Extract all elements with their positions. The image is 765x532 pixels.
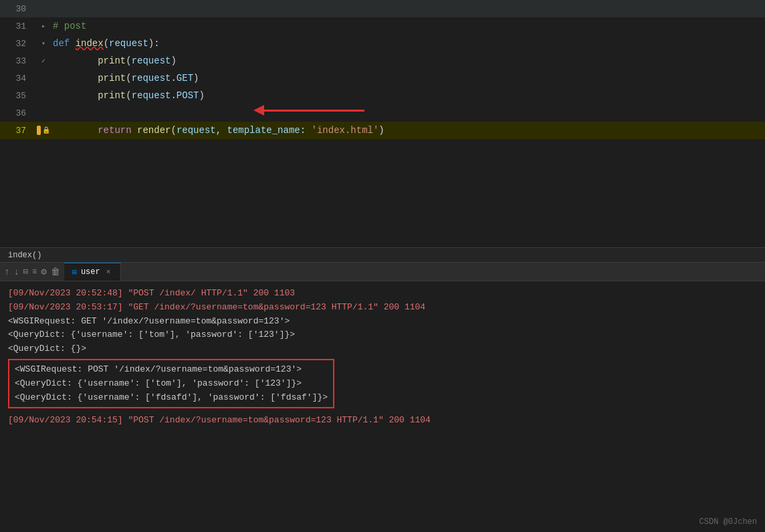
chevron-icon: ✓: [41, 57, 45, 65]
line-content-37: return render(request, template_name: 'i…: [50, 125, 765, 136]
breadcrumb: index(): [8, 251, 41, 260]
terminal-tab-bar: ↑ ↓ ⊟ ≡ ⚙ 🗑 ⊞ user ×: [0, 263, 765, 281]
log-line-1: [09/Nov/2023 20:52:48] "POST /index/ HTT…: [8, 287, 757, 301]
terminal-tab-icon: ⊞: [72, 267, 77, 277]
terminal-output: [09/Nov/2023 20:52:48] "POST /index/ HTT…: [0, 281, 765, 532]
code-line-33: 33 ✓ print(request): [0, 52, 765, 70]
log-line-6: <WSGIRequest: POST '/index/?username=tom…: [15, 363, 328, 377]
line-number-31: 31: [0, 21, 37, 31]
line-gutter-33: ✓: [37, 57, 50, 65]
log-line-5: <QueryDict: {}>: [8, 342, 757, 356]
line-number-32: 32: [0, 39, 37, 49]
line-content-33: print(request): [50, 55, 765, 66]
line-number-35: 35: [0, 91, 37, 101]
code-line-30: 30: [0, 0, 765, 17]
terminal-tab-label: user: [81, 267, 100, 277]
settings-icon[interactable]: ⚙: [41, 266, 46, 277]
code-line-32: 32 ▾ def index(request):: [0, 35, 765, 52]
log-line-3: <WSGIRequest: GET '/index/?username=tom&…: [8, 315, 757, 329]
log-line-8: <QueryDict: {'username': ['fdsafd'], 'pa…: [15, 391, 328, 405]
code-editor: 30 31 ▸ # post 32 ▾ def index(request):: [0, 0, 765, 247]
code-line-36: 36: [0, 104, 765, 122]
watermark: CSDN @0Jchen: [699, 517, 757, 527]
line-gutter-37: 🔒: [37, 126, 50, 135]
log-line-2: [09/Nov/2023 20:53:17] "GET /index/?user…: [8, 301, 757, 315]
line-number-30: 30: [0, 4, 37, 14]
code-line-37: 37 🔒 return render(request, template_nam…: [0, 122, 765, 139]
line-content-35: print(request.POST): [50, 90, 765, 101]
line-gutter-32: ▾: [37, 39, 50, 47]
code-line-35: 35 print(request.POST): [0, 87, 765, 104]
line-number-37: 37: [0, 126, 37, 136]
down-arrow-icon[interactable]: ↓: [13, 267, 19, 277]
trash-icon[interactable]: 🗑: [51, 267, 60, 277]
code-line-34: 34 print(request.GET): [0, 70, 765, 87]
tab-close-button[interactable]: ×: [104, 267, 113, 277]
fold-icon[interactable]: ▸: [41, 22, 45, 30]
line-number-34: 34: [0, 74, 37, 84]
debug-icon: [37, 126, 41, 135]
up-arrow-icon[interactable]: ↑: [4, 267, 9, 277]
terminal-section: ↑ ↓ ⊟ ≡ ⚙ 🗑 ⊞ user × [09/Nov/2023 20:52:…: [0, 262, 765, 532]
line-content-32: def index(request):: [50, 38, 765, 49]
line-gutter-31: ▸: [37, 22, 50, 30]
line-number-36: 36: [0, 108, 37, 118]
line-content-34: print(request.GET): [50, 73, 765, 84]
terminal-body: [09/Nov/2023 20:52:48] "POST /index/ HTT…: [0, 281, 765, 532]
line-content-31: # post: [50, 21, 765, 31]
log-line-7: <QueryDict: {'username': ['tom'], 'passw…: [15, 377, 328, 391]
lock-icon: 🔒: [42, 126, 50, 134]
highlight-block: <WSGIRequest: POST '/index/?username=tom…: [8, 359, 334, 408]
breadcrumb-bar: index(): [0, 247, 765, 262]
fold-icon-32[interactable]: ▾: [41, 39, 45, 47]
line-number-33: 33: [0, 56, 37, 66]
terminal-tab-user[interactable]: ⊞ user ×: [64, 263, 122, 281]
wrap-icon[interactable]: ⊟: [23, 267, 28, 277]
filter-icon[interactable]: ≡: [32, 267, 37, 277]
log-line-9: [09/Nov/2023 20:54:15] "POST /index/?use…: [8, 414, 757, 428]
log-line-4: <QueryDict: {'username': ['tom'], 'passw…: [8, 328, 757, 342]
code-line-31: 31 ▸ # post: [0, 17, 765, 35]
